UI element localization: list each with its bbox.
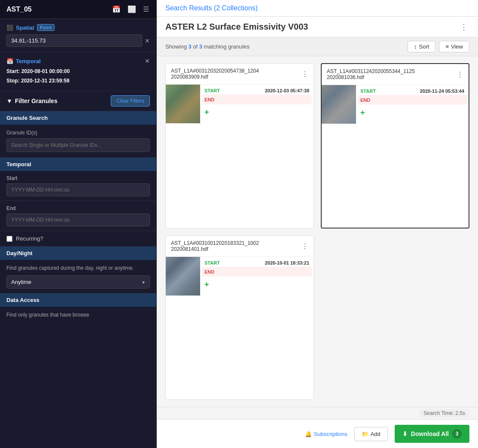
day-night-desc: Find granules captured during the day, n… [6, 264, 150, 272]
granule-add-button[interactable]: + [204, 280, 209, 289]
download-all-button[interactable]: ⬇ Download All 3 [395, 425, 469, 443]
start-date-input[interactable] [6, 183, 150, 196]
granule-menu-button[interactable]: ⋮ [301, 70, 308, 78]
start-date-group: Start [0, 171, 156, 201]
spatial-section: ⬛ Spatial Point ✕ [0, 19, 156, 52]
filter-title: ▼ Filter Granules [6, 98, 58, 104]
search-time-bar: Search Time: 2.5s [157, 407, 478, 419]
search-results-title: Search Results (2 Collections) [165, 4, 258, 12]
sidebar-header: AST_05 📅 ⬜ ☰ [0, 0, 156, 19]
granule-end-row: END [358, 95, 467, 105]
end-date-input[interactable] [6, 213, 150, 226]
bell-icon: 🔔 [305, 431, 312, 437]
day-night-select[interactable]: Anytime Day Night [6, 275, 150, 289]
granule-start: START 2020-12-03 05:47:38 [204, 88, 309, 93]
granule-start: START 2020-11-24 05:53:44 [360, 88, 464, 94]
start-time: 2020-11-24 05:53:44 [420, 88, 464, 94]
day-night-header: Day/Night [0, 247, 156, 260]
granule-end-row: END [202, 94, 312, 104]
start-date-label: Start [6, 175, 150, 181]
granule-thumbnail [166, 257, 200, 296]
granule-id: AST_L1A#00312032020054738_12042020083909… [171, 68, 259, 80]
granule-card-header: AST_L1A#00311242020055344_11252020081036… [322, 64, 469, 85]
temporal-label: 📅 Temporal ✕ [6, 58, 150, 64]
search-time: Search Time: 2.5s [419, 409, 469, 418]
granule-id: AST_L1A#00310012020183321_10022020081401… [171, 240, 259, 252]
granule-menu-button[interactable]: ⋮ [457, 70, 463, 79]
spatial-label: ⬛ Spatial Point [6, 24, 150, 31]
granule-menu-button[interactable]: ⋮ [301, 242, 308, 250]
toolbar-right: ↕ Sort ≡ View [408, 41, 469, 52]
add-button[interactable]: 📁 Add [354, 427, 388, 441]
end-date-label: End [6, 205, 150, 211]
collection-title: ASTER L2 Surface Emissivity V003 [165, 22, 308, 32]
view-button[interactable]: ≡ View [439, 41, 469, 52]
granule-id: AST_L1A#00311242020055344_11252020081036… [327, 68, 415, 80]
view-icon: ≡ [445, 43, 449, 50]
data-access-section: Find only granules that have browse [0, 307, 156, 323]
granule-thumbnail [322, 85, 356, 124]
coords-row: ✕ [6, 34, 150, 47]
add-icon: 📁 [362, 431, 368, 437]
point-badge: Point [37, 24, 55, 31]
sidebar-title: AST_05 [6, 6, 32, 13]
clear-temporal-button[interactable]: ✕ [145, 58, 150, 64]
menu-icon[interactable]: ☰ [142, 4, 150, 14]
recurring-label: Recurring? [16, 235, 43, 242]
granule-add-button[interactable]: + [360, 108, 365, 117]
results-toolbar: Showing 3 of 3 matching granules ↕ Sort … [157, 37, 478, 56]
subscriptions-button[interactable]: 🔔 Subscriptions [305, 431, 347, 437]
temporal-icon: 📅 [6, 58, 13, 64]
data-access-header: Data Access [0, 293, 156, 307]
granule-id-group: Granule ID(s) [0, 125, 156, 158]
main-content: Search Results (2 Collections) ASTER L2 … [157, 0, 478, 448]
sort-button[interactable]: ↕ Sort [408, 41, 435, 52]
day-night-select-wrapper: Anytime Day Night [6, 275, 150, 289]
bottom-bar: 🔔 Subscriptions 📁 Add ⬇ Download All 3 [157, 419, 478, 448]
calendar-icon[interactable]: 📅 [111, 4, 122, 14]
clear-filters-button[interactable]: Clear Filters [111, 95, 150, 107]
search-results-bar: Search Results (2 Collections) [157, 0, 478, 17]
coords-input[interactable] [6, 34, 142, 47]
granule-add-button[interactable]: + [204, 108, 209, 117]
sidebar: AST_05 📅 ⬜ ☰ ⬛ Spatial Point ✕ 📅 Tem [0, 0, 157, 448]
start-time: 2020-12-03 05:47:38 [265, 88, 309, 93]
data-access-desc: Find only granules that have browse [6, 311, 150, 319]
end-date-group: End [0, 201, 156, 231]
results-area: Search Results (2 Collections) ASTER L2 … [157, 0, 478, 407]
granule-search-header: Granule Search [0, 111, 156, 125]
collection-header: ASTER L2 Surface Emissivity V003 ⋮ [157, 17, 478, 37]
filter-icon[interactable]: ⬜ [127, 4, 137, 14]
granule-card-header: AST_L1A#00310012020183321_10022020081401… [166, 236, 314, 257]
temporal-detail: Start: 2020-08-01 00:00:00 Stop: 2020-12… [6, 67, 150, 85]
granule-card: AST_L1A#00312032020054738_12042020083909… [165, 63, 314, 229]
filter-header: ▼ Filter Granules Clear Filters [0, 91, 156, 111]
clear-coords-button[interactable]: ✕ [145, 37, 150, 44]
sidebar-icons: 📅 ⬜ ☰ [111, 4, 150, 14]
bottom-actions: 🔔 Subscriptions 📁 Add ⬇ Download All 3 [305, 425, 469, 443]
granule-id-label: Granule ID(s) [6, 130, 150, 136]
start-time: 2020-10-01 18:33:21 [265, 260, 309, 265]
granule-info: START 2020-12-03 05:47:38 END + [200, 85, 314, 123]
granule-thumbnail [166, 85, 200, 123]
download-icon: ⬇ [402, 430, 408, 437]
temporal-filter-header: Temporal [0, 158, 156, 171]
bottom-area: Search Time: 2.5s 🔔 Subscriptions 📁 Add … [157, 407, 478, 448]
sort-icon: ↕ [414, 43, 417, 50]
granule-card: AST_L1A#00311242020055344_11252020081036… [321, 63, 469, 229]
temporal-section: 📅 Temporal ✕ Start: 2020-08-01 00:00:00 … [0, 52, 156, 91]
recurring-checkbox[interactable] [6, 236, 12, 242]
results-count: Showing 3 of 3 matching granules [165, 43, 250, 50]
granule-end-row: END [202, 267, 312, 277]
granule-info: START 2020-10-01 18:33:21 END + [200, 257, 314, 296]
day-night-section: Find granules captured during the day, n… [0, 260, 156, 293]
granules-grid: AST_L1A#00312032020054738_12042020083909… [157, 56, 478, 407]
granule-card-header: AST_L1A#00312032020054738_12042020083909… [166, 64, 314, 85]
granule-card-body: START 2020-12-03 05:47:38 END + [166, 85, 314, 123]
collection-menu-button[interactable]: ⋮ [458, 22, 469, 32]
filter-icon-2: ▼ [6, 98, 12, 104]
granule-id-input[interactable] [6, 138, 150, 152]
download-count-badge: 3 [452, 429, 462, 439]
granule-card: AST_L1A#00310012020183321_10022020081401… [165, 235, 314, 400]
granule-card-body: START 2020-10-01 18:33:21 END + [166, 257, 314, 296]
